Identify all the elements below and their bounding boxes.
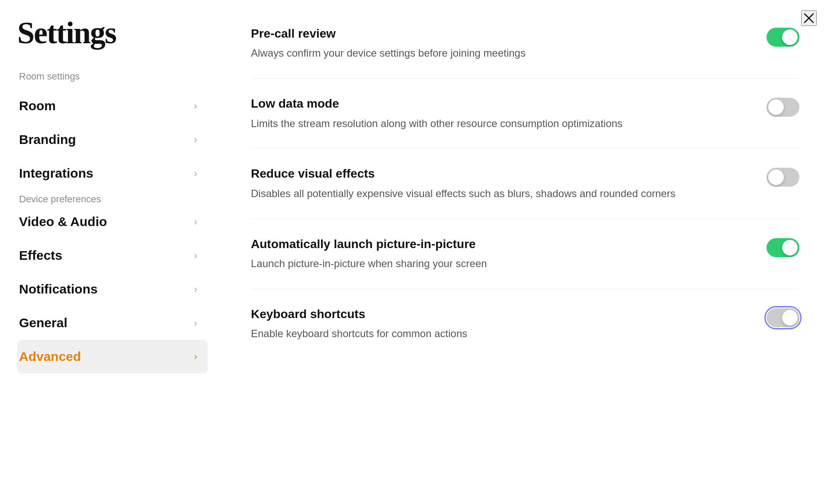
setting-reduce-visual-effects: Reduce visual effects Disables all poten… xyxy=(251,166,799,219)
sidebar-item-advanced[interactable]: Advanced › xyxy=(17,340,208,373)
toggle-thumb xyxy=(782,310,798,325)
setting-desc-auto-pip: Launch picture-in-picture when sharing y… xyxy=(251,256,749,271)
page-title: Settings xyxy=(17,17,208,48)
setting-desc-keyboard-shortcuts: Enable keyboard shortcuts for common act… xyxy=(251,326,749,341)
chevron-right-icon: › xyxy=(194,216,197,228)
chevron-right-icon: › xyxy=(194,167,197,179)
setting-desc-reduce-visual-effects: Disables all potentially expensive visua… xyxy=(251,186,749,201)
sidebar-item-notifications[interactable]: Notifications › xyxy=(17,272,208,306)
chevron-right-icon: › xyxy=(194,134,197,146)
setting-title-pre-call-review: Pre-call review xyxy=(251,26,749,41)
setting-auto-pip: Automatically launch picture-in-picture … xyxy=(251,236,799,289)
toggle-thumb xyxy=(768,99,784,115)
sidebar-item-effects[interactable]: Effects › xyxy=(17,239,208,272)
toggle-auto-pip[interactable] xyxy=(767,238,799,257)
setting-title-reduce-visual-effects: Reduce visual effects xyxy=(251,166,749,182)
toggle-thumb xyxy=(768,169,784,185)
sidebar-item-room[interactable]: Room › xyxy=(17,89,208,123)
settings-modal: Settings Room settings Room › Branding ›… xyxy=(0,0,834,504)
setting-title-auto-pip: Automatically launch picture-in-picture xyxy=(251,236,749,252)
setting-keyboard-shortcuts: Keyboard shortcuts Enable keyboard short… xyxy=(251,306,799,359)
sidebar: Settings Room settings Room › Branding ›… xyxy=(0,0,208,504)
section-label-device-preferences: Device preferences xyxy=(17,194,208,205)
chevron-right-icon: › xyxy=(194,351,197,363)
chevron-right-icon: › xyxy=(194,249,197,262)
section-label-room-settings: Room settings xyxy=(17,71,208,82)
sidebar-item-general[interactable]: General › xyxy=(17,306,208,340)
sidebar-item-video-audio[interactable]: Video & Audio › xyxy=(17,205,208,239)
toggle-keyboard-shortcuts[interactable] xyxy=(767,308,799,327)
toggle-thumb xyxy=(782,29,798,45)
setting-low-data-mode: Low data mode Limits the stream resoluti… xyxy=(251,96,799,149)
close-button[interactable] xyxy=(801,10,817,26)
main-content: Pre-call review Always confirm your devi… xyxy=(208,0,834,504)
setting-desc-low-data-mode: Limits the stream resolution along with … xyxy=(251,116,749,131)
toggle-reduce-visual-effects[interactable] xyxy=(767,168,799,187)
sidebar-item-integrations[interactable]: Integrations › xyxy=(17,156,208,190)
chevron-right-icon: › xyxy=(194,100,197,112)
setting-title-keyboard-shortcuts: Keyboard shortcuts xyxy=(251,306,749,322)
toggle-low-data-mode[interactable] xyxy=(767,98,799,117)
sidebar-item-branding[interactable]: Branding › xyxy=(17,123,208,156)
toggle-thumb xyxy=(782,240,798,255)
chevron-right-icon: › xyxy=(194,283,197,295)
toggle-pre-call-review[interactable] xyxy=(767,28,799,47)
setting-desc-pre-call-review: Always confirm your device settings befo… xyxy=(251,46,749,61)
chevron-right-icon: › xyxy=(194,317,197,329)
setting-pre-call-review: Pre-call review Always confirm your devi… xyxy=(251,26,799,79)
setting-title-low-data-mode: Low data mode xyxy=(251,96,749,112)
